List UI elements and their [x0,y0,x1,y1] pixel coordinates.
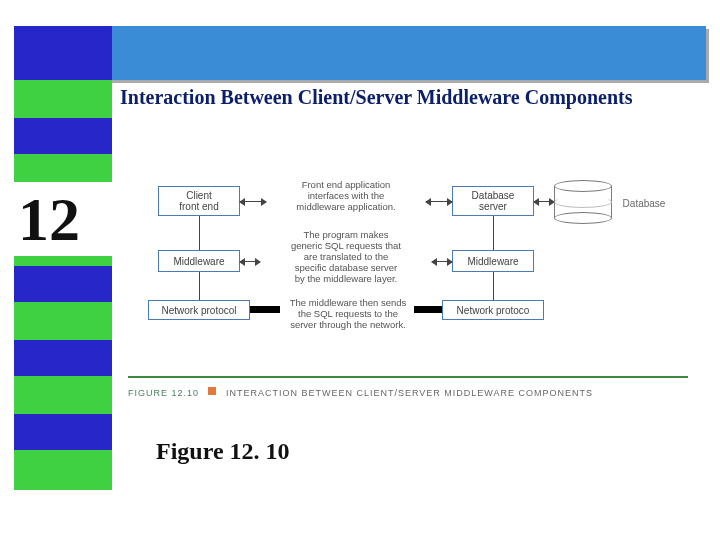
box-database-server: Database server [452,186,534,216]
box-client-front-end: Client front end [158,186,240,216]
arrow [240,201,266,202]
connector [493,272,494,300]
figure-caption-text: INTERACTION BETWEEN CLIENT/SERVER MIDDLE… [226,388,593,398]
database-label: Database [614,198,674,209]
note-mid: The program makes generic SQL requests t… [258,230,434,285]
box-net-proto-right: Network protoco [442,300,544,320]
note-bot: The middleware then sends the SQL reques… [276,298,420,331]
box-middleware-right: Middleware [452,250,534,272]
box-middleware-left: Middleware [158,250,240,272]
arrow [534,201,554,202]
figure-caption-bar: FIGURE 12.10 INTERACTION BETWEEN CLIENT/… [128,376,688,400]
header-bar [14,26,706,80]
figure-caption-num: FIGURE 12.10 [128,388,199,398]
box-net-proto-left: Network protocol [148,300,250,320]
arrow [432,261,452,262]
arrow [426,201,452,202]
figure-label: Figure 12. 10 [156,438,290,465]
caption-separator-icon [208,387,216,395]
database-icon [554,180,612,224]
slide-title: Interaction Between Client/Server Middle… [120,86,700,109]
chapter-number: 12 [14,182,114,256]
arrow [240,261,260,262]
figure-diagram: Client front end Database server Front e… [128,180,688,390]
sidebar-stripes [14,26,112,510]
note-top: Front end application interfaces with th… [266,180,426,213]
connector [199,272,200,300]
connector [199,216,200,250]
connector [493,216,494,250]
